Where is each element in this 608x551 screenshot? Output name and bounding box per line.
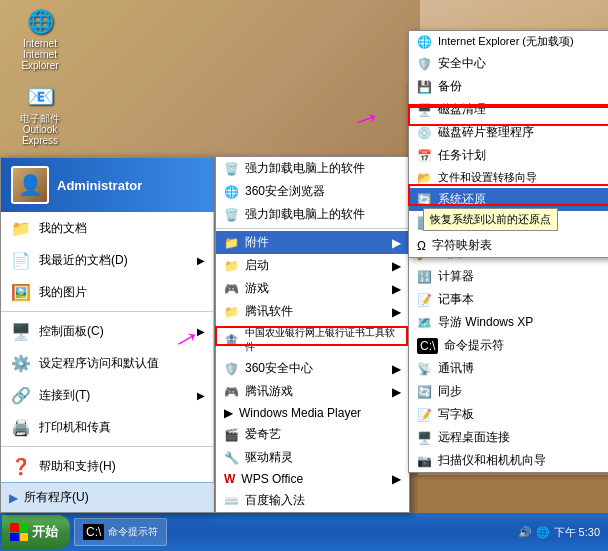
acc-item-calc[interactable]: 🔢 计算器 bbox=[409, 265, 608, 288]
sync-icon: 🔄 bbox=[417, 385, 432, 399]
printer-icon: 🖨️ bbox=[9, 415, 33, 439]
st-item-defrag[interactable]: 💿 磁盘碎片整理程序 bbox=[409, 121, 608, 144]
arrow-icon4: ▶ bbox=[392, 305, 401, 319]
taskbar: 开始 C:\ 命令提示符 🔊 🌐 下午 5:30 bbox=[0, 513, 608, 551]
tray-icons: 🔊 🌐 bbox=[518, 526, 549, 539]
programs-item-360browser[interactable]: 🌐 360安全浏览器 bbox=[216, 180, 409, 203]
acc-item-remote[interactable]: 🖥️ 远程桌面连接 bbox=[409, 426, 608, 449]
menu-separator-2 bbox=[1, 446, 213, 447]
programs-item-iqiyi[interactable]: 🎬 爱奇艺 bbox=[216, 423, 409, 446]
programs-separator-1 bbox=[216, 228, 409, 229]
programs-item-games[interactable]: 🎮 游戏 ▶ bbox=[216, 277, 409, 300]
file-transfer-icon: 📂 bbox=[417, 171, 432, 185]
st-item-security[interactable]: 🛡️ 安全中心 bbox=[409, 52, 608, 75]
uninstall-icon: 🗑️ bbox=[224, 162, 239, 176]
programs-item-tencent-games[interactable]: 🎮 腾讯游戏 ▶ bbox=[216, 380, 409, 403]
menu-separator-1 bbox=[1, 311, 213, 312]
menu-item-my-pictures[interactable]: 🖼️ 我的图片 bbox=[1, 276, 213, 308]
taskbar-item-cmd[interactable]: C:\ 命令提示符 bbox=[74, 518, 167, 546]
startup-icon: 📁 bbox=[224, 259, 239, 273]
cmd-taskbar-icon: C:\ bbox=[83, 524, 104, 540]
windows-logo bbox=[10, 523, 28, 541]
restore-icon: 🔄 bbox=[417, 193, 432, 207]
programs-item-startup[interactable]: 📁 启动 ▶ bbox=[216, 254, 409, 277]
programs-item-uninstall[interactable]: 🗑️ 强力卸载电脑上的软件 bbox=[216, 157, 409, 180]
driver-icon: 🔧 bbox=[224, 451, 239, 465]
arrow-icon: ▶ bbox=[197, 255, 205, 266]
wps-icon: W bbox=[224, 472, 235, 486]
tencent-icon: 📁 bbox=[224, 305, 239, 319]
disk-cleanup-icon: 🖥️ bbox=[417, 103, 432, 117]
st-item-file-transfer[interactable]: 📂 文件和设置转移向导 bbox=[409, 167, 608, 188]
folder-icon: 📁 bbox=[224, 236, 239, 250]
st-item-ie[interactable]: 🌐 Internet Explorer (无加载项) bbox=[409, 31, 608, 52]
scanner-icon: 📷 bbox=[417, 454, 432, 468]
clock: 下午 5:30 bbox=[554, 525, 600, 540]
arrow-icon2: ▶ bbox=[392, 259, 401, 273]
acc-item-cmd[interactable]: C:\ 命令提示符 bbox=[409, 334, 608, 357]
arrow-icon: ▶ bbox=[197, 326, 205, 337]
st-item-backup[interactable]: 💾 备份 bbox=[409, 75, 608, 98]
all-programs-icon: ▶ bbox=[9, 491, 18, 505]
programs-item-agribank[interactable]: 🏦 中国农业银行网上银行证书工具软件 bbox=[216, 323, 409, 357]
acc-item-notepad[interactable]: 📝 记事本 bbox=[409, 288, 608, 311]
wordpad-icon: 📝 bbox=[417, 408, 432, 422]
help-icon: ❓ bbox=[9, 454, 33, 478]
remote-icon: 🖥️ bbox=[417, 431, 432, 445]
menu-item-control-panel[interactable]: 🖥️ 控制面板(C) ▶ bbox=[1, 315, 213, 347]
tour-icon: 🗺️ bbox=[417, 316, 432, 330]
charmap-icon: Ω bbox=[417, 239, 426, 253]
start-button[interactable]: 开始 bbox=[2, 515, 70, 549]
programs-item-wps-office[interactable]: W WPS Office ▶ bbox=[216, 469, 409, 489]
acc-item-scanner[interactable]: 📷 扫描仪和相机机向导 bbox=[409, 449, 608, 472]
start-menu-header: 👤 Administrator bbox=[1, 158, 214, 212]
footer-item-all-programs[interactable]: ▶ 所有程序(U) bbox=[1, 485, 214, 510]
programs-submenu: 🗑️ 强力卸载电脑上的软件 🌐 360安全浏览器 🗑️ 强力卸载电脑上的软件 📁… bbox=[215, 156, 410, 513]
wmp-icon: ▶ bbox=[224, 406, 233, 420]
arrow-icon3: ▶ bbox=[392, 282, 401, 296]
taskbar-tray: 🔊 🌐 下午 5:30 bbox=[518, 525, 608, 540]
programs-item-wmp[interactable]: ▶ Windows Media Player bbox=[216, 403, 409, 423]
programs-item-accessories[interactable]: 📁 附件 ▶ bbox=[216, 231, 409, 254]
calc-icon: 🔢 bbox=[417, 270, 432, 284]
control-panel-icon: 🖥️ bbox=[9, 319, 33, 343]
programs-item-tencent[interactable]: 📁 腾讯软件 ▶ bbox=[216, 300, 409, 323]
start-menu-body: 📁 我的文档 📄 我最近的文档(D) ▶ 🖼️ 我的图片 🖥️ 控制面板(C) … bbox=[1, 212, 214, 482]
arrow-icon7: ▶ bbox=[392, 472, 401, 486]
st-item-disk-cleanup[interactable]: 🖥️ 磁盘清理 bbox=[409, 98, 608, 121]
tencent-games-icon: 🎮 bbox=[224, 385, 239, 399]
menu-item-connect[interactable]: 🔗 连接到(T) ▶ bbox=[1, 379, 213, 411]
acc-item-wordpad[interactable]: 📝 写字板 bbox=[409, 403, 608, 426]
browser-icon: 🌐 bbox=[224, 185, 239, 199]
menu-item-my-docs[interactable]: 📁 我的文档 bbox=[1, 212, 213, 244]
programs-item-baidu-input[interactable]: ⌨️ 百度输入法 bbox=[216, 489, 409, 512]
notepad-icon: 📝 bbox=[417, 293, 432, 307]
st-item-charmap[interactable]: Ω 字符映射表 bbox=[409, 234, 608, 257]
user-avatar: 👤 bbox=[11, 166, 49, 204]
acc-item-telecom[interactable]: 📡 通讯博 bbox=[409, 357, 608, 380]
menu-item-set-default[interactable]: ⚙️ 设定程序访问和默认值 bbox=[1, 347, 213, 379]
defrag-icon: 💿 bbox=[417, 126, 432, 140]
cmd-icon: C:\ bbox=[417, 338, 438, 354]
arrow-icon6: ▶ bbox=[392, 385, 401, 399]
games-icon: 🎮 bbox=[224, 282, 239, 296]
st-item-task-plan[interactable]: 📅 任务计划 bbox=[409, 144, 608, 167]
menu-item-help[interactable]: ❓ 帮助和支持(H) bbox=[1, 450, 213, 482]
programs-item-360security[interactable]: 🛡️ 360安全中心 ▶ bbox=[216, 357, 409, 380]
start-menu-left: 📁 我的文档 📄 我最近的文档(D) ▶ 🖼️ 我的图片 🖥️ 控制面板(C) … bbox=[1, 212, 214, 482]
security-icon: 🛡️ bbox=[224, 362, 239, 376]
programs-item-uninstall2[interactable]: 🗑️ 强力卸载电脑上的软件 bbox=[216, 203, 409, 226]
desktop-icon-ie[interactable]: 🌐 InternetInternet Explorer bbox=[2, 2, 78, 75]
desktop-icon-outlook[interactable]: 📧 电子邮件Outlook Express bbox=[2, 77, 78, 150]
programs-item-driver[interactable]: 🔧 驱动精灵 bbox=[216, 446, 409, 469]
user-name: Administrator bbox=[57, 178, 142, 193]
folder-icon: 📁 bbox=[9, 216, 33, 240]
acc-item-sync[interactable]: 🔄 同步 bbox=[409, 380, 608, 403]
arrow-icon5: ▶ bbox=[392, 362, 401, 376]
acc-item-tour[interactable]: 🗺️ 导游 Windows XP bbox=[409, 311, 608, 334]
backup-icon: 💾 bbox=[417, 80, 432, 94]
start-menu: 👤 Administrator 📁 我的文档 📄 我最近的文档(D) ▶ 🖼️ … bbox=[0, 157, 215, 513]
menu-item-recent-docs[interactable]: 📄 我最近的文档(D) ▶ bbox=[1, 244, 213, 276]
connect-icon: 🔗 bbox=[9, 383, 33, 407]
menu-item-printers[interactable]: 🖨️ 打印机和传真 bbox=[1, 411, 213, 443]
